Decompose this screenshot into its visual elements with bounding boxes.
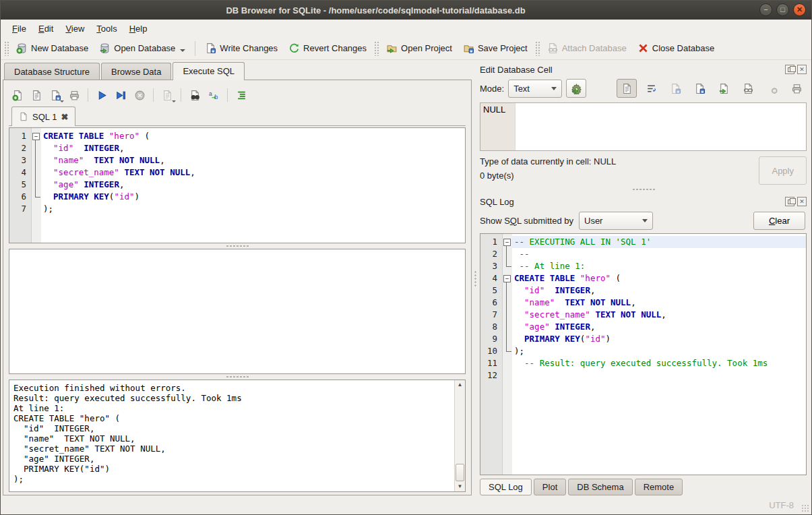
minimize-button[interactable]: − [759, 3, 772, 16]
code-text[interactable]: "secret_name" TEXT NOT NULL, [512, 309, 806, 321]
dock-tab-sql-log[interactable]: SQL Log [480, 479, 532, 495]
code-line[interactable]: 6 "name" TEXT NOT NULL, [480, 297, 806, 309]
close-button[interactable]: ✕ [793, 3, 806, 16]
close-database-button[interactable]: Close Database [632, 40, 720, 57]
code-text[interactable]: CREATE TABLE "hero" ( [41, 130, 465, 142]
code-text[interactable]: "secret_name" TEXT NOT NULL, [41, 166, 465, 179]
fold-marker-icon[interactable] [502, 236, 512, 248]
auto-apply-button[interactable] [566, 79, 586, 98]
open-database-dropdown-icon[interactable] [180, 49, 185, 52]
code-line[interactable]: 2 "id" INTEGER, [9, 142, 465, 154]
submitted-by-combobox[interactable]: User [579, 212, 653, 230]
open-database-button[interactable]: Open Database [94, 40, 191, 57]
code-text[interactable]: -- EXECUTING ALL IN 'SQL 1' [512, 236, 806, 248]
code-text[interactable]: CREATE TABLE "hero" ( [512, 272, 806, 284]
code-text[interactable]: -- At line 1: [512, 260, 806, 272]
code-text[interactable]: ); [41, 203, 465, 215]
new-sql-tab-button[interactable] [9, 86, 26, 104]
scroll-up-icon[interactable]: ▲ [455, 380, 465, 390]
scrollbar-thumb[interactable] [456, 464, 464, 481]
menu-edit[interactable]: Edit [32, 22, 59, 36]
menu-tools[interactable]: Tools [90, 22, 123, 36]
execute-all-button[interactable] [93, 86, 111, 104]
open-project-button[interactable]: Open Project [381, 40, 458, 57]
titlebar[interactable]: DB Browser for SQLite - /home/user/code/… [1, 1, 811, 20]
code-text[interactable] [512, 369, 806, 382]
sql-editor[interactable]: 1CREATE TABLE "hero" (2 "id" INTEGER,3 "… [9, 127, 466, 243]
code-line[interactable]: 10); [480, 345, 806, 357]
dock-tab-db-schema[interactable]: DB Schema [568, 479, 632, 495]
execute-line-button[interactable] [112, 86, 129, 104]
code-text[interactable]: "id" INTEGER, [512, 284, 806, 297]
code-line[interactable]: 9 PRIMARY KEY("id") [480, 333, 806, 345]
cell-value[interactable]: NULL [480, 103, 806, 116]
code-line[interactable]: 3 "name" TEXT NOT NULL, [9, 154, 465, 166]
code-line[interactable]: 1CREATE TABLE "hero" ( [9, 130, 465, 142]
code-line[interactable]: 8 "age" INTEGER, [480, 321, 806, 333]
fold-marker-icon[interactable] [31, 130, 41, 142]
print-cell-button[interactable] [786, 79, 807, 98]
scroll-down-icon[interactable]: ▼ [455, 482, 465, 491]
copy-link-button[interactable] [738, 79, 758, 98]
code-line[interactable]: 12 [480, 369, 806, 382]
close-dock-button[interactable]: ✕ [797, 65, 807, 74]
revert-changes-button[interactable]: Revert Changes [283, 40, 372, 57]
code-text[interactable]: "id" INTEGER, [41, 142, 465, 154]
code-line[interactable]: 11 -- Result: query executed successfull… [480, 357, 806, 369]
code-line[interactable]: 5 "age" INTEGER, [9, 179, 465, 191]
save-data-button[interactable] [689, 79, 710, 98]
tab-browse-data[interactable]: Browse Data [101, 63, 171, 80]
word-wrap-button[interactable] [641, 79, 661, 98]
code-line[interactable]: 2 -- [480, 248, 806, 260]
print-sql-button[interactable] [65, 86, 83, 104]
tab-database-structure[interactable]: Database Structure [4, 63, 100, 80]
code-line[interactable]: 7 "secret_name" TEXT NOT NULL, [480, 309, 806, 321]
clear-log-button[interactable]: Clear [753, 212, 805, 230]
dock-tab-remote[interactable]: Remote [635, 479, 683, 495]
float-dock-button[interactable] [785, 65, 794, 74]
close-dock-button[interactable]: ✕ [797, 197, 807, 206]
close-sql-tab-icon[interactable]: ✖ [61, 112, 68, 122]
menu-file[interactable]: File [6, 22, 32, 36]
sql-log-view[interactable]: 1-- EXECUTING ALL IN 'SQL 1'2 --3 -- At … [480, 233, 807, 475]
code-line[interactable]: 3 -- At line 1: [480, 260, 806, 272]
toolbar-drag-handle[interactable] [535, 41, 540, 56]
dock-splitter[interactable] [478, 185, 808, 194]
export-data-button[interactable] [714, 79, 734, 98]
code-line[interactable]: 6 PRIMARY KEY("id") [9, 191, 465, 203]
editor-splitter[interactable] [9, 243, 466, 249]
save-sql-file-button[interactable] [46, 86, 64, 104]
code-text[interactable]: PRIMARY KEY("id") [41, 191, 465, 203]
toolbar-drag-handle[interactable] [374, 41, 379, 56]
write-changes-button[interactable]: Write Changes [199, 40, 283, 57]
code-line[interactable]: 7); [9, 203, 465, 215]
code-text[interactable]: ); [512, 345, 806, 357]
code-line[interactable]: 1-- EXECUTING ALL IN 'SQL 1' [480, 236, 806, 248]
float-dock-button[interactable] [785, 197, 794, 206]
code-line[interactable]: 4CREATE TABLE "hero" ( [480, 272, 806, 284]
text-mode-button[interactable] [617, 79, 637, 98]
save-sql-dropdown-icon[interactable] [60, 100, 64, 102]
encoding-indicator[interactable]: UTF-8 [769, 500, 794, 510]
menu-help[interactable]: Help [123, 22, 154, 36]
sql-file-tab[interactable]: SQL 1 ✖ [11, 107, 75, 126]
execution-message-text[interactable]: Execution finished without errors. Resul… [9, 380, 454, 491]
cell-value-editor[interactable]: NULL [480, 102, 807, 151]
menu-view[interactable]: View [59, 22, 90, 36]
save-project-button[interactable]: Save Project [458, 40, 533, 57]
panel-splitter[interactable] [472, 62, 478, 495]
find-replace-button[interactable] [205, 86, 222, 104]
maximize-button[interactable]: □ [776, 3, 789, 16]
code-text[interactable]: "age" INTEGER, [41, 179, 465, 191]
code-text[interactable]: PRIMARY KEY("id") [512, 333, 806, 345]
code-line[interactable]: 5 "id" INTEGER, [480, 284, 806, 297]
code-text[interactable]: -- Result: query executed successfully. … [512, 357, 806, 369]
code-text[interactable]: "age" INTEGER, [512, 321, 806, 333]
dock-tab-plot[interactable]: Plot [534, 479, 566, 495]
code-text[interactable]: "name" TEXT NOT NULL, [41, 154, 465, 166]
fold-marker-icon[interactable] [502, 272, 512, 284]
toolbar-drag-handle[interactable] [4, 41, 9, 56]
results-grid[interactable] [9, 249, 466, 374]
code-text[interactable]: "name" TEXT NOT NULL, [512, 297, 806, 309]
code-line[interactable]: 4 "secret_name" TEXT NOT NULL, [9, 166, 465, 179]
